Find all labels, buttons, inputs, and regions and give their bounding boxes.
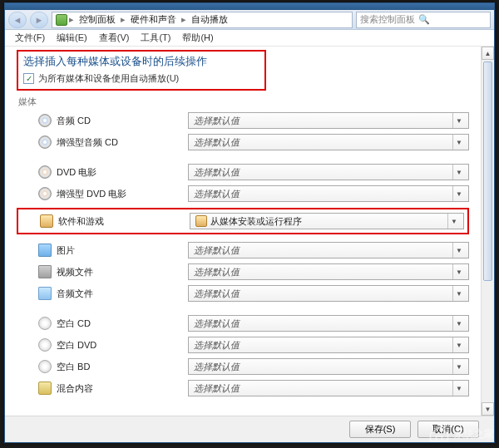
scroll-thumb[interactable] bbox=[483, 62, 492, 281]
label-blank-bd: 空白 BD bbox=[57, 361, 90, 373]
row-pictures: 图片 选择默认值▼ bbox=[17, 239, 469, 261]
label-enhanced-audio-cd: 增强型音频 CD bbox=[57, 136, 118, 149]
row-videos: 视频文件 选择默认值▼ bbox=[17, 261, 469, 283]
row-dvd-movie: DVD 电影 选择默认值▼ bbox=[17, 161, 469, 183]
label-videos: 视频文件 bbox=[57, 266, 93, 278]
combo-enhanced-dvd-movie[interactable]: 选择默认值▼ bbox=[188, 185, 469, 202]
chevron-down-icon: ▼ bbox=[452, 286, 465, 301]
combo-software[interactable]: 从媒体安装或运行程序 ▼ bbox=[190, 213, 464, 229]
use-autoplay-label: 为所有媒体和设备使用自动播放(U) bbox=[38, 72, 179, 85]
combo-blank-cd[interactable]: 选择默认值▼ bbox=[188, 315, 469, 332]
content-area: 选择插入每种媒体或设备时的后续操作 ✓ 为所有媒体和设备使用自动播放(U) 媒体… bbox=[5, 47, 481, 416]
combo-mixed[interactable]: 选择默认值▼ bbox=[188, 380, 469, 396]
chevron-down-icon: ▼ bbox=[452, 264, 465, 279]
row-blank-bd: 空白 BD 选择默认值▼ bbox=[17, 356, 469, 377]
chevron-down-icon: ▼ bbox=[452, 337, 465, 352]
scroll-up-button[interactable]: ▲ bbox=[482, 47, 494, 60]
search-box[interactable]: 搜索控制面板 🔍 bbox=[356, 12, 491, 28]
row-blank-cd: 空白 CD 选择默认值▼ bbox=[17, 313, 469, 334]
breadcrumb-sep: ▸ bbox=[69, 14, 74, 25]
combo-videos[interactable]: 选择默认值▼ bbox=[188, 263, 469, 280]
highlight-header-box: 选择插入每种媒体或设备时的后续操作 ✓ 为所有媒体和设备使用自动播放(U) bbox=[17, 50, 266, 91]
row-enhanced-audio-cd: 增强型音频 CD 选择默认值▼ bbox=[17, 131, 469, 153]
chevron-down-icon: ▼ bbox=[452, 165, 465, 180]
forward-button[interactable]: ► bbox=[30, 12, 48, 28]
highlight-software-row: 软件和游戏 从媒体安装或运行程序 ▼ bbox=[17, 208, 469, 234]
label-audio-cd: 音频 CD bbox=[57, 115, 91, 127]
chevron-down-icon: ▼ bbox=[452, 381, 465, 396]
vertical-scrollbar[interactable]: ▲ ▼ bbox=[481, 47, 494, 416]
blank-disc-icon bbox=[38, 317, 52, 330]
menu-help[interactable]: 帮助(H) bbox=[177, 30, 218, 46]
dvd-icon bbox=[38, 165, 52, 179]
page-title: 选择插入每种媒体或设备时的后续操作 bbox=[23, 54, 259, 69]
button-bar: 保存(S) 取消(C) bbox=[5, 416, 494, 442]
install-icon bbox=[195, 215, 207, 227]
breadcrumb-hardware-sound[interactable]: 硬件和声音 bbox=[127, 13, 180, 26]
software-icon bbox=[40, 214, 53, 228]
row-audio-files: 音频文件 选择默认值▼ bbox=[17, 283, 469, 304]
blank-disc-icon bbox=[38, 360, 52, 373]
menu-edit[interactable]: 编辑(E) bbox=[52, 30, 92, 46]
navigation-bar: ◄ ► ▸ 控制面板 ▸ 硬件和声音 ▸ 自动播放 搜索控制面板 🔍 bbox=[5, 10, 494, 30]
cd-icon bbox=[38, 135, 52, 149]
chevron-down-icon: ▼ bbox=[452, 186, 465, 201]
combo-audio-files[interactable]: 选择默认值▼ bbox=[188, 285, 469, 302]
use-autoplay-checkbox[interactable]: ✓ bbox=[23, 73, 34, 84]
video-icon bbox=[38, 265, 52, 278]
section-media-label: 媒体 bbox=[18, 96, 469, 108]
label-software: 软件和游戏 bbox=[58, 215, 104, 228]
cd-icon bbox=[38, 114, 52, 127]
row-blank-dvd: 空白 DVD 选择默认值▼ bbox=[17, 334, 469, 356]
watermark: 系统之家 bbox=[427, 425, 494, 443]
combo-blank-dvd[interactable]: 选择默认值▼ bbox=[188, 337, 469, 353]
breadcrumb-sep: ▸ bbox=[181, 14, 186, 25]
chevron-down-icon: ▼ bbox=[452, 243, 465, 258]
dvd-icon bbox=[38, 187, 52, 200]
combo-pictures[interactable]: 选择默认值▼ bbox=[188, 242, 469, 258]
chevron-down-icon: ▼ bbox=[452, 359, 465, 374]
address-bar[interactable]: ▸ 控制面板 ▸ 硬件和声音 ▸ 自动播放 bbox=[52, 12, 353, 28]
combo-audio-cd[interactable]: 选择默认值▼ bbox=[188, 112, 469, 129]
menu-view[interactable]: 查看(V) bbox=[94, 30, 135, 46]
combo-dvd-movie[interactable]: 选择默认值▼ bbox=[188, 164, 469, 180]
breadcrumb-control-panel[interactable]: 控制面板 bbox=[76, 13, 119, 26]
mixed-icon bbox=[38, 382, 52, 395]
label-enhanced-dvd-movie: 增强型 DVD 电影 bbox=[57, 188, 126, 200]
house-icon bbox=[427, 425, 451, 443]
chevron-down-icon: ▼ bbox=[452, 113, 465, 128]
chevron-down-icon: ▼ bbox=[452, 316, 465, 331]
label-audio-files: 音频文件 bbox=[57, 288, 93, 300]
label-blank-dvd: 空白 DVD bbox=[57, 339, 96, 352]
scroll-track[interactable] bbox=[482, 60, 494, 402]
search-placeholder: 搜索控制面板 bbox=[360, 13, 415, 26]
back-button[interactable]: ◄ bbox=[8, 12, 27, 28]
save-button[interactable]: 保存(S) bbox=[349, 421, 411, 438]
row-enhanced-dvd-movie: 增强型 DVD 电影 选择默认值▼ bbox=[17, 183, 469, 204]
audio-icon bbox=[38, 287, 52, 300]
label-blank-cd: 空白 CD bbox=[57, 318, 91, 330]
row-mixed-content: 混合内容 选择默认值▼ bbox=[17, 377, 469, 399]
combo-enhanced-audio-cd[interactable]: 选择默认值▼ bbox=[188, 134, 469, 150]
label-pictures: 图片 bbox=[57, 244, 75, 257]
menu-tools[interactable]: 工具(T) bbox=[136, 30, 175, 46]
combo-blank-bd[interactable]: 选择默认值▼ bbox=[188, 358, 469, 375]
control-panel-icon bbox=[56, 14, 67, 26]
control-panel-window: ◄ ► ▸ 控制面板 ▸ 硬件和声音 ▸ 自动播放 搜索控制面板 🔍 文件(F)… bbox=[4, 2, 495, 443]
row-audio-cd: 音频 CD 选择默认值▼ bbox=[17, 110, 469, 131]
breadcrumb-autoplay[interactable]: 自动播放 bbox=[188, 13, 231, 26]
label-dvd-movie: DVD 电影 bbox=[57, 166, 96, 179]
blank-disc-icon bbox=[38, 338, 52, 352]
window-titlebar bbox=[5, 3, 494, 10]
chevron-down-icon: ▼ bbox=[452, 135, 465, 150]
search-icon: 🔍 bbox=[418, 14, 430, 25]
label-mixed: 混合内容 bbox=[57, 382, 93, 395]
chevron-down-icon: ▼ bbox=[447, 214, 460, 229]
pictures-icon bbox=[38, 244, 52, 257]
menu-file[interactable]: 文件(F) bbox=[10, 30, 50, 46]
use-autoplay-checkbox-row[interactable]: ✓ 为所有媒体和设备使用自动播放(U) bbox=[23, 72, 259, 85]
breadcrumb-sep: ▸ bbox=[121, 14, 126, 25]
scroll-down-button[interactable]: ▼ bbox=[482, 402, 494, 416]
menu-bar: 文件(F) 编辑(E) 查看(V) 工具(T) 帮助(H) bbox=[5, 30, 494, 47]
